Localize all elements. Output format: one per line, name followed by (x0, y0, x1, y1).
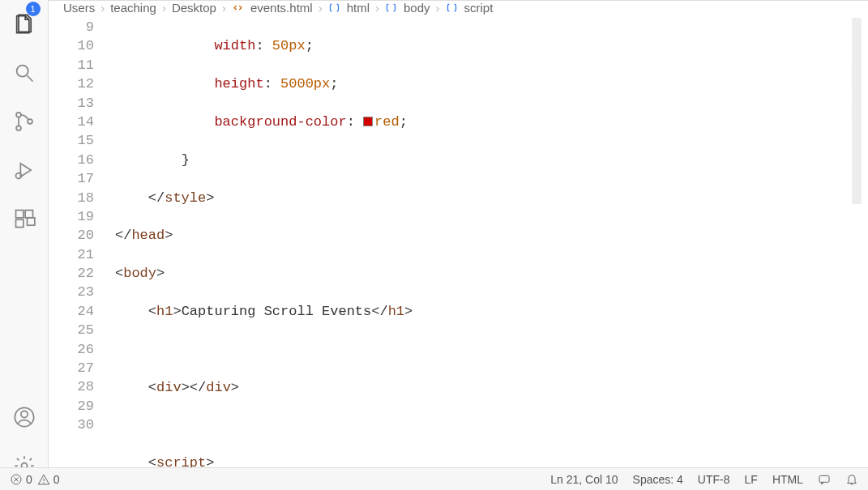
account-icon[interactable] (0, 393, 49, 441)
svg-point-2 (16, 113, 21, 117)
svg-point-18 (43, 482, 44, 483)
breadcrumb-item[interactable]: html (347, 1, 370, 15)
chevron-right-icon: › (100, 1, 105, 15)
svg-rect-19 (819, 475, 829, 482)
extensions-icon[interactable] (0, 194, 49, 243)
symbol-icon (385, 2, 397, 14)
breadcrumb-item[interactable]: Desktop (172, 1, 216, 15)
chevron-right-icon: › (375, 1, 379, 15)
status-bar: 0 0 Ln 21, Col 10 Spaces: 4 UTF-8 LF HTM… (0, 467, 868, 490)
svg-point-0 (16, 66, 28, 77)
feedback-icon[interactable] (818, 473, 831, 486)
svg-marker-5 (20, 164, 31, 177)
run-debug-icon[interactable] (0, 146, 49, 194)
breadcrumb-item[interactable]: body (404, 1, 430, 15)
svg-rect-7 (15, 211, 23, 218)
code-content[interactable]: width: 50px; height: 5000px; background-… (105, 15, 868, 490)
breadcrumb-item[interactable]: Users (63, 1, 95, 15)
symbol-icon (446, 2, 458, 14)
color-swatch[interactable] (363, 117, 373, 126)
svg-point-4 (28, 119, 32, 124)
editor-main: Users› teaching› Desktop› events.html› h… (49, 0, 868, 467)
activity-bar: 1 (0, 0, 49, 490)
line-number-gutter: 9101112131415161718192021222324252627282… (49, 15, 105, 490)
breadcrumb-item[interactable]: events.html (250, 1, 313, 15)
chevron-right-icon: › (436, 1, 440, 15)
chevron-right-icon: › (319, 1, 323, 15)
svg-rect-9 (15, 219, 23, 227)
svg-point-12 (20, 411, 27, 417)
status-language[interactable]: HTML (772, 473, 803, 486)
status-warnings[interactable]: 0 (37, 473, 60, 486)
search-icon[interactable] (0, 49, 49, 97)
chevron-right-icon: › (162, 1, 166, 15)
explorer-badge: 1 (26, 2, 41, 16)
status-lncol[interactable]: Ln 21, Col 10 (550, 473, 618, 486)
status-indent[interactable]: Spaces: 4 (633, 473, 683, 486)
svg-point-3 (16, 126, 21, 130)
status-eol[interactable]: LF (745, 473, 758, 486)
breadcrumb-item[interactable]: script (464, 1, 494, 15)
source-control-icon[interactable] (0, 97, 49, 146)
status-errors[interactable]: 0 (10, 473, 32, 486)
file-code-icon (232, 2, 244, 14)
symbol-icon (328, 2, 340, 14)
bell-icon[interactable] (845, 473, 858, 486)
breadcrumb[interactable]: Users› teaching› Desktop› events.html› h… (49, 1, 868, 15)
breadcrumb-item[interactable]: teaching (110, 1, 156, 15)
status-encoding[interactable]: UTF-8 (698, 473, 730, 486)
code-editor[interactable]: 9101112131415161718192021222324252627282… (49, 15, 868, 490)
svg-rect-10 (27, 218, 34, 225)
svg-line-1 (27, 76, 32, 82)
explorer-icon[interactable]: 1 (0, 0, 49, 49)
chevron-right-icon: › (222, 1, 226, 15)
svg-rect-8 (25, 211, 32, 218)
minimap-scrollbar[interactable] (852, 18, 862, 204)
